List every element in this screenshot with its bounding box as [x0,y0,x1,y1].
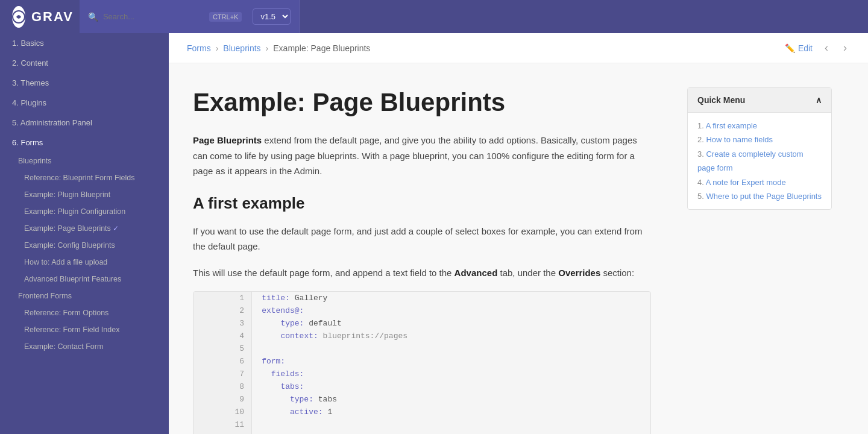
sidebar-subsub-contact-form[interactable]: Example: Contact Form [0,338,169,355]
code-line: 5 [193,342,650,355]
quick-menu-item-1[interactable]: 1. A first example [697,119,822,133]
check-icon: ✓ [113,224,119,233]
prev-arrow[interactable]: ‹ [822,42,831,54]
breadcrumb-sep-1: › [216,43,219,53]
breadcrumb-bar: Forms › Blueprints › Example: Page Bluep… [169,33,868,63]
code-line: 4 context: blueprints://pages [193,330,650,342]
next-arrow[interactable]: › [840,42,850,54]
sidebar-item-forms[interactable]: 6. Forms [0,133,169,153]
search-shortcut: CTRL+K [209,12,242,22]
logo-area: GRAV 🔍 CTRL+K v1.5 v1.4 v1.3 [0,0,169,33]
breadcrumb-actions: ✏️ Edit ‹ › [785,42,850,54]
search-area: 🔍 CTRL+K v1.5 v1.4 v1.3 [80,0,300,33]
sidebar-item-themes[interactable]: 3. Themes [0,73,169,93]
sidebar-subsub-page-blueprints[interactable]: Example: Page Blueprints ✓ [0,220,169,237]
quick-menu-item-2[interactable]: 2. How to name fields [697,133,822,146]
quick-menu: Quick Menu ∧ 1. A first example 2. How t… [687,87,832,210]
code-block: 1title: Gallery2extends@:3 type: default… [193,291,651,434]
sidebar-subsub-form-options[interactable]: Reference: Form Options [0,304,169,321]
sidebar-item-basics[interactable]: 1. Basics [0,33,169,53]
sidebar-item-content[interactable]: 2. Content [0,53,169,73]
code-line: 2extends@: [193,304,650,317]
search-icon: 🔍 [88,12,98,22]
code-line: 11 [193,418,650,431]
code-table: 1title: Gallery2extends@:3 type: default… [193,292,650,434]
breadcrumb-blueprints[interactable]: Blueprints [223,43,260,53]
sidebar-subsub-advanced-blueprint[interactable]: Advanced Blueprint Features [0,271,169,288]
code-line: 12 fields: [193,431,650,434]
quick-menu-header: Quick Menu ∧ [688,88,831,113]
sidebar-subsub-plugin-config[interactable]: Example: Plugin Configuration [0,203,169,220]
sidebar: 1. Basics 2. Content 3. Themes 4. Plugin… [0,33,169,434]
code-line: 7 fields: [193,368,650,380]
content-area: Quick Menu ∧ 1. A first example 2. How t… [169,63,868,434]
topbar: GRAV 🔍 CTRL+K v1.5 v1.4 v1.3 [0,0,868,33]
edit-button[interactable]: ✏️ Edit [785,43,813,53]
logo-icon [12,6,25,28]
section1-para1: If you want to use the default page form… [193,224,651,254]
sidebar-item-admin[interactable]: 5. Administration Panel [0,113,169,133]
logo-text: GRAV [31,9,74,25]
code-line: 1title: Gallery [193,292,650,304]
section1-para2: This will use the default page form, and… [193,265,651,281]
collapse-icon[interactable]: ∧ [816,95,822,105]
search-input[interactable] [103,12,204,21]
sidebar-subsub-form-field-index[interactable]: Reference: Form Field Index [0,321,169,338]
quick-menu-item-3[interactable]: 3. Create a completely custom page form [697,147,822,175]
sidebar-sub-blueprints[interactable]: Blueprints [0,153,169,169]
code-line: 9 type: tabs [193,393,650,406]
main-layout: 1. Basics 2. Content 3. Themes 4. Plugin… [0,33,868,434]
edit-icon: ✏️ [785,43,795,53]
quick-menu-list: 1. A first example 2. How to name fields… [688,113,831,209]
intro-bold: Page Blueprints [193,135,262,145]
sidebar-subsub-config-blueprints[interactable]: Example: Config Blueprints [0,237,169,254]
code-line: 3 type: default [193,317,650,330]
breadcrumb: Forms › Blueprints › Example: Page Bluep… [187,43,370,53]
breadcrumb-current: Example: Page Blueprints [273,43,370,53]
quick-menu-item-5[interactable]: 5. Where to put the Page Blueprints [697,189,822,203]
sidebar-item-plugins[interactable]: 4. Plugins [0,93,169,113]
quick-menu-item-4[interactable]: 4. A note for Expert mode [697,175,822,189]
breadcrumb-forms[interactable]: Forms [187,43,211,53]
code-line: 10 active: 1 [193,406,650,418]
breadcrumb-sep-2: › [266,43,269,53]
intro-paragraph: Page Blueprints extend from the default … [193,133,651,179]
sidebar-subsub-file-upload[interactable]: How to: Add a file upload [0,254,169,271]
sidebar-subsub-ref-fields[interactable]: Reference: Blueprint Form Fields [0,169,169,186]
sidebar-sub-frontend-forms[interactable]: Frontend Forms [0,288,169,304]
code-line: 6form: [193,355,650,368]
sidebar-subsub-plugin-blueprint[interactable]: Example: Plugin Blueprint [0,186,169,203]
main-content: Quick Menu ∧ 1. A first example 2. How t… [169,63,832,434]
code-line: 8 tabs: [193,380,650,393]
version-select[interactable]: v1.5 v1.4 v1.3 [253,8,291,25]
page-title: Example: Page Blueprints [193,87,651,118]
section1-heading: A first example [193,194,651,213]
